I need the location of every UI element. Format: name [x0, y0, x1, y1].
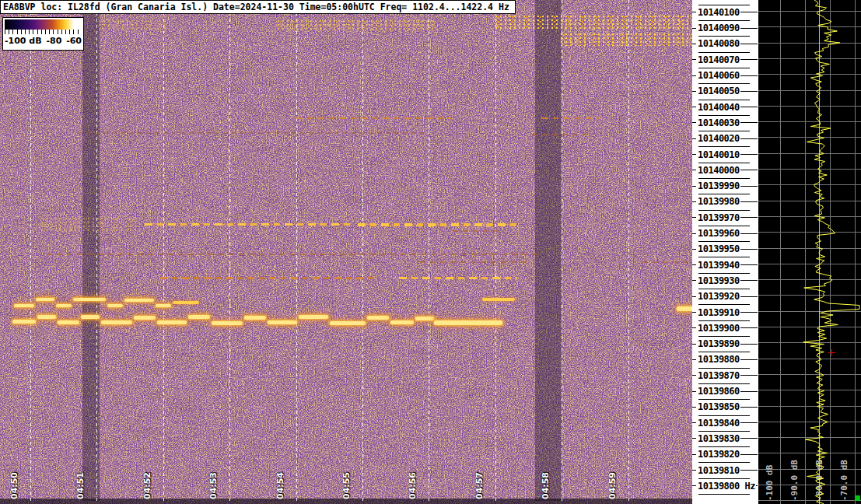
signal-trace [156, 304, 171, 307]
freq-tick-dash [740, 375, 758, 376]
signal-trace [495, 15, 692, 30]
signal-trace [58, 320, 79, 324]
freq-label-text: 10140010 [696, 149, 740, 160]
signal-trace [73, 298, 106, 301]
freq-tick-dash [740, 186, 758, 187]
signal-trace [56, 304, 72, 307]
freq-minor-tick [698, 226, 750, 226]
signal-trace [277, 19, 436, 31]
freq-tick-dash [740, 407, 758, 408]
freq-minor-tick [698, 36, 750, 37]
freq-minor-tick [698, 20, 750, 21]
time-gridline [163, 0, 164, 504]
freq-label: 10139810 [692, 465, 758, 476]
spectrogram-display[interactable]: 04:5004:5104:5204:5304:5404:5504:5604:57… [0, 0, 692, 504]
freq-label: 10139900 [692, 323, 758, 334]
freq-tick-dash [740, 107, 758, 107]
signal-trace [268, 320, 297, 324]
freq-label-text: 10140060 [696, 70, 740, 81]
freq-label: 10140060 [692, 70, 758, 81]
freq-tick-dash [740, 154, 758, 155]
freq-minor-tick [698, 100, 750, 100]
signal-trace [244, 316, 266, 320]
signal-trace [535, 0, 562, 501]
freq-label: 10139840 [692, 418, 758, 429]
signal-trace [107, 304, 123, 307]
freq-label-text: 10140070 [696, 54, 740, 65]
freq-label: 10140050 [692, 86, 758, 96]
freq-minor-tick [698, 52, 750, 53]
freq-minor-tick [698, 194, 750, 194]
freq-label: 10140070 [692, 54, 758, 65]
signal-trace [40, 217, 140, 232]
signal-trace [14, 304, 34, 307]
freq-label: 10140080 [692, 38, 758, 49]
signal-trace [47, 254, 538, 255]
freq-label: 10139910 [692, 307, 758, 318]
signal-trace [36, 298, 54, 301]
freq-label: 10139940 [692, 260, 758, 271]
freq-label-text: 10140020 [696, 133, 740, 144]
signal-trace [296, 117, 451, 119]
freq-tick-dash [740, 264, 758, 265]
freq-label: 10139990 [692, 180, 758, 191]
time-gridline [495, 0, 496, 504]
freq-label-text: 10139920 [696, 291, 740, 302]
freq-tick-dash [740, 391, 758, 392]
time-label: 04:50 [9, 472, 19, 499]
time-label: 04:52 [142, 472, 152, 499]
freq-minor-tick [698, 241, 750, 242]
time-label: 04:59 [607, 472, 618, 499]
signal-trace [299, 315, 328, 319]
freq-label: 10139930 [692, 275, 758, 286]
signal-trace [358, 223, 516, 226]
legend-label-min: -100 dB [5, 36, 42, 46]
signal-trace [482, 298, 515, 301]
freq-label: 10139820 [692, 449, 758, 460]
time-gridline [562, 0, 562, 504]
signal-trace [390, 320, 414, 324]
signal-trace [101, 320, 132, 324]
freq-minor-tick [698, 336, 750, 337]
spectrum-graph[interactable]: -100 dB-90.0 dB-80.0 dB-70.0 dB [758, 0, 861, 504]
freq-label: 10140100 [692, 7, 758, 18]
signal-trace [399, 277, 517, 279]
freq-minor-tick [698, 210, 750, 211]
frequency-axis: 1014010010140090101400801014007010140060… [692, 0, 758, 504]
signal-trace [12, 320, 36, 324]
signal-trace [160, 277, 375, 279]
freq-tick-dash [740, 91, 758, 92]
freq-label: 10140010 [692, 149, 758, 160]
freq-label-text: 10140000 [696, 165, 740, 176]
freq-tick-dash [740, 28, 758, 29]
freq-label: 10139950 [692, 243, 758, 254]
freq-label: 10139920 [692, 291, 758, 302]
signal-trace [677, 306, 692, 311]
freq-label-text: 10139870 [696, 370, 740, 381]
signal-trace [78, 132, 424, 134]
time-gridline [628, 0, 629, 504]
freq-minor-tick [698, 383, 750, 384]
freq-label: 10140030 [692, 117, 758, 128]
freq-tick-dash [740, 44, 758, 44]
freq-minor-tick [698, 352, 750, 352]
freq-tick-dash [740, 312, 758, 313]
freq-label-text: 10139880 [696, 354, 740, 365]
freq-minor-tick [698, 146, 750, 147]
freq-label: 10139960 [692, 228, 758, 239]
signal-trace [145, 223, 353, 226]
time-label: 04:57 [474, 472, 485, 499]
freq-tick-dash [740, 59, 758, 60]
time-gridline [229, 0, 230, 504]
signal-trace [560, 33, 692, 46]
signal-trace [173, 301, 199, 304]
freq-minor-tick [698, 320, 750, 321]
freq-tick-dash [740, 12, 758, 12]
freq-label: 10139800 Hz [692, 481, 758, 492]
signal-trace [434, 320, 502, 325]
freq-tick-dash [740, 438, 758, 439]
time-label: 04:51 [75, 472, 86, 499]
freq-label: 10139850 [692, 401, 758, 412]
freq-tick-dash [740, 327, 758, 328]
freq-label-text: 10140030 [696, 117, 740, 128]
